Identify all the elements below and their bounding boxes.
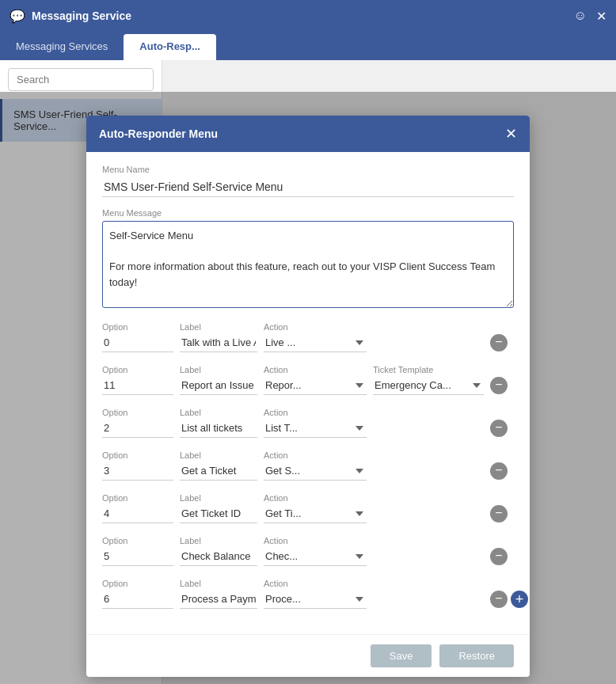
option-6-remove[interactable]: − [490, 591, 508, 608]
option-row-6-fields: Proce... − + [102, 590, 514, 609]
option-row-6-headers: Option Label Action [102, 579, 514, 588]
option-row-3-headers: Option Label Action [102, 450, 514, 460]
col-header-option-4: Option [102, 493, 173, 503]
option-row-6: Option Label Action Proce... [102, 579, 514, 609]
option-row-4: Option Label Action Get Ti... [102, 493, 514, 523]
col-header-label-5: Label [180, 536, 257, 545]
option-row-3: Option Label Action Get S... [102, 450, 514, 481]
option-row-4-fields: Get Ti... − [102, 504, 514, 523]
col-header-action-4: Action [264, 493, 367, 503]
smiley-button[interactable]: ☺ [574, 9, 587, 23]
modal-header: Auto-Responder Menu ✕ [86, 116, 530, 152]
option-0-number[interactable] [102, 333, 173, 352]
col-header-label-2: Label [180, 408, 257, 417]
col-header-label-11: Label [180, 365, 257, 374]
col-header-label-6: Label [180, 579, 257, 588]
option-0-label[interactable] [180, 333, 257, 352]
menu-message-group: Menu Message <span class="menu-message-t… [102, 208, 514, 311]
menu-message-label: Menu Message [102, 208, 514, 218]
close-window-button[interactable]: ✕ [596, 9, 606, 24]
title-bar-left: 💬 Messaging Service [10, 9, 131, 24]
menu-name-input[interactable] [102, 177, 514, 197]
option-6-action[interactable]: Proce... [264, 590, 367, 609]
modal-overlay: Auto-Responder Menu ✕ Menu Name Menu Mes… [0, 92, 616, 684]
option-row-5-headers: Option Label Action [102, 536, 514, 545]
app-window: 💬 Messaging Service ☺ ✕ Messaging Servic… [0, 0, 616, 684]
option-11-ticket-template[interactable]: Emergency Ca... [373, 376, 484, 395]
col-header-option-11: Option [102, 365, 173, 374]
col-header-option-3: Option [102, 450, 173, 460]
option-row-5-fields: Chec... − [102, 547, 514, 566]
options-section: Option Label Action Live ... [102, 322, 514, 609]
option-row-2-headers: Option Label Action [102, 408, 514, 417]
tab-messaging-services[interactable]: Messaging Services [0, 34, 124, 60]
menu-name-group: Menu Name [102, 165, 514, 197]
option-3-number[interactable] [102, 462, 173, 481]
col-header-label-3: Label [180, 450, 257, 460]
restore-button[interactable]: Restore [439, 644, 514, 667]
option-0-remove[interactable]: − [490, 334, 508, 352]
col-header-label: Label [180, 322, 257, 332]
option-5-label[interactable] [180, 547, 257, 566]
option-4-remove[interactable]: − [490, 505, 508, 522]
col-header-action: Action [264, 322, 367, 332]
option-3-remove[interactable]: − [490, 462, 508, 480]
option-4-number[interactable] [102, 504, 173, 523]
option-row-3-fields: Get S... − [102, 462, 514, 481]
col-header-action-6: Action [264, 579, 367, 588]
col-header-option: Option [102, 322, 173, 332]
col-header-ticket-template: Ticket Template [373, 365, 484, 374]
option-row-11-fields: Repor... Emergency Ca... − [102, 376, 514, 395]
option-6-label[interactable] [180, 590, 257, 609]
option-3-action[interactable]: Get S... [264, 462, 367, 481]
option-11-action[interactable]: Repor... [264, 376, 367, 395]
option-3-label[interactable] [180, 462, 257, 481]
option-add-button[interactable]: + [511, 591, 528, 608]
col-header-action-2: Action [264, 408, 367, 417]
option-2-remove[interactable]: − [490, 420, 508, 437]
modal-title: Auto-Responder Menu [99, 127, 218, 140]
last-row-buttons: − + [490, 591, 514, 608]
option-row-5: Option Label Action Chec... [102, 536, 514, 566]
menu-message-textarea[interactable]: <span class="menu-message-title">Self-Se… [102, 221, 514, 308]
tab-auto-responder[interactable]: Auto-Resp... [124, 34, 216, 60]
menu-name-label: Menu Name [102, 165, 514, 174]
app-title: Messaging Service [32, 10, 131, 22]
title-bar-controls: ☺ ✕ [574, 9, 606, 24]
tab-bar: Messaging Services Auto-Resp... [0, 32, 616, 60]
option-row-2: Option Label Action List T... [102, 408, 514, 438]
option-0-action[interactable]: Live ... [264, 333, 367, 352]
option-row-0-fields: Live ... − [102, 333, 514, 352]
option-2-action[interactable]: List T... [264, 419, 367, 438]
modal-footer: Save Restore [86, 634, 530, 677]
col-header-label-4: Label [180, 493, 257, 503]
messaging-icon: 💬 [10, 9, 25, 24]
col-header-action-5: Action [264, 536, 367, 545]
option-5-remove[interactable]: − [490, 548, 508, 565]
search-input[interactable] [8, 68, 154, 91]
option-11-remove[interactable]: − [490, 377, 508, 394]
col-header-action-3: Action [264, 450, 367, 460]
option-row-2-fields: List T... − [102, 419, 514, 438]
option-6-number[interactable] [102, 590, 173, 609]
modal-body: Menu Name Menu Message <span class="menu… [86, 152, 530, 634]
option-row-0-headers: Option Label Action [102, 322, 514, 332]
option-row-11-headers: Option Label Action Ticket Template [102, 365, 514, 374]
modal-close-button[interactable]: ✕ [505, 125, 517, 142]
option-11-number[interactable] [102, 376, 173, 395]
save-button[interactable]: Save [371, 644, 432, 667]
option-5-action[interactable]: Chec... [264, 547, 367, 566]
col-header-option-5: Option [102, 536, 173, 545]
option-4-label[interactable] [180, 504, 257, 523]
option-2-number[interactable] [102, 419, 173, 438]
content-area: SMS User-Friend Self-Service... Auto-Res… [0, 60, 616, 684]
option-row-0: Option Label Action Live ... [102, 322, 514, 352]
option-row-11: Option Label Action Ticket Template [102, 365, 514, 395]
auto-responder-modal: Auto-Responder Menu ✕ Menu Name Menu Mes… [86, 116, 530, 677]
option-5-number[interactable] [102, 547, 173, 566]
col-header-option-2: Option [102, 408, 173, 417]
option-11-label[interactable] [180, 376, 257, 395]
option-2-label[interactable] [180, 419, 257, 438]
col-header-action-11: Action [264, 365, 367, 374]
option-4-action[interactable]: Get Ti... [264, 504, 367, 523]
